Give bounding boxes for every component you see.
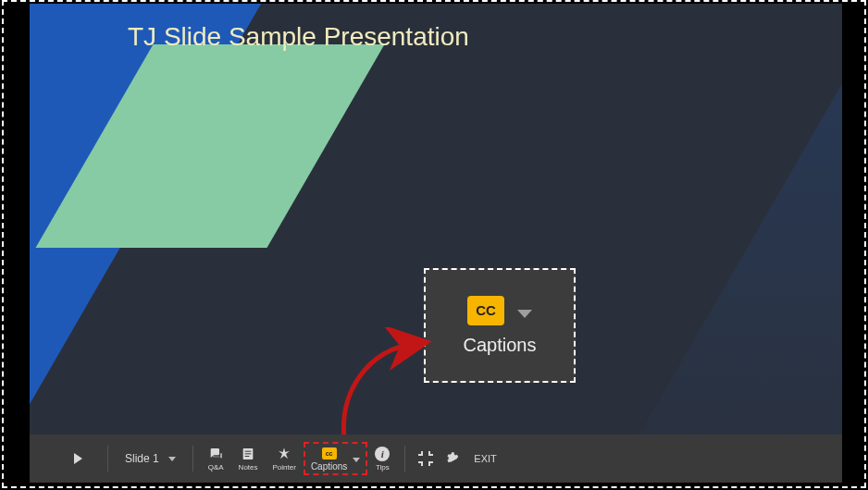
qa-button[interactable]: Q&A xyxy=(201,447,231,472)
chevron-down-icon xyxy=(168,457,176,461)
svg-rect-1 xyxy=(245,450,252,451)
decor-blue-right xyxy=(589,4,842,436)
chevron-down-icon xyxy=(353,458,360,462)
play-button[interactable] xyxy=(56,435,100,483)
slide-picker[interactable]: Slide 1 xyxy=(116,452,185,465)
slide-title: TJ Slide Sample Presentation xyxy=(128,22,469,52)
chat-icon xyxy=(208,447,223,461)
recenter-button[interactable] xyxy=(413,451,439,466)
presenter-toolbar: Slide 1 Q&A Notes Pointer cc Captions i … xyxy=(30,435,842,483)
exit-button[interactable]: EXIT xyxy=(465,453,505,464)
settings-button[interactable] xyxy=(439,451,465,466)
divider xyxy=(107,446,108,472)
pointer-label: Pointer xyxy=(273,463,296,472)
tips-button[interactable]: i Tips xyxy=(367,447,397,472)
captions-label: Captions xyxy=(311,461,347,472)
svg-rect-2 xyxy=(245,453,252,454)
chevron-down-icon xyxy=(517,310,532,318)
divider xyxy=(404,446,405,472)
info-icon: i xyxy=(375,447,390,461)
slide-picker-label: Slide 1 xyxy=(125,452,159,465)
tips-label: Tips xyxy=(376,463,390,472)
pointer-button[interactable]: Pointer xyxy=(266,447,304,472)
divider xyxy=(192,446,193,472)
captions-callout-label: Captions xyxy=(464,335,537,356)
annotation-arrow xyxy=(326,327,437,436)
notes-label: Notes xyxy=(239,463,258,472)
notes-icon xyxy=(241,447,255,461)
captions-callout: CC Captions xyxy=(424,268,576,383)
qa-label: Q&A xyxy=(208,463,224,472)
cc-icon: cc xyxy=(322,447,337,459)
pointer-icon xyxy=(277,447,291,461)
play-icon xyxy=(74,453,82,464)
cc-icon: CC xyxy=(467,296,504,325)
app-frame: TJ Slide Sample Presentation CC Captions… xyxy=(2,0,866,488)
captions-button[interactable]: cc Captions xyxy=(304,442,367,475)
svg-rect-3 xyxy=(245,456,250,457)
notes-button[interactable]: Notes xyxy=(231,447,266,472)
slide-canvas: TJ Slide Sample Presentation CC Captions xyxy=(30,4,842,436)
gear-icon xyxy=(444,451,459,466)
recenter-icon xyxy=(418,451,433,466)
